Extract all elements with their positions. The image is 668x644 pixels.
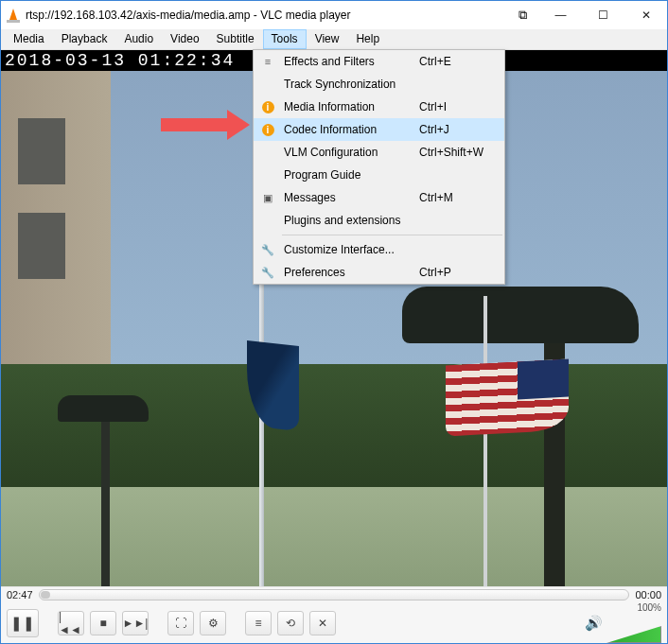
tools-dropdown: ≡ Effects and Filters Ctrl+E Track Synch… [253,49,505,285]
seek-slider[interactable] [39,589,630,600]
maximize-button[interactable]: ☐ [582,1,624,29]
menuitem-preferences[interactable]: 🔧 Preferences Ctrl+P [254,261,504,284]
titlebar: rtsp://192.168.103.42/axis-media/media.a… [1,1,667,29]
scene-lamp-right [402,287,639,343]
wrench-icon: 🔧 [257,267,278,279]
menuitem-codec-information[interactable]: i Codec Information Ctrl+J [254,118,504,141]
loop-button[interactable]: ⟲ [277,611,304,635]
annotation-arrow [161,110,250,140]
menuitem-track-synchronization[interactable]: Track Synchronization [254,73,504,96]
scene-flag-us [446,359,569,437]
info-icon: i [257,124,278,136]
menu-separator [282,235,502,235]
fullscreen-button[interactable]: ⛶ [167,611,194,635]
menuitem-effects-and-filters[interactable]: ≡ Effects and Filters Ctrl+E [254,50,504,73]
playlist-button[interactable]: ≡ [245,611,272,635]
minimize-button[interactable]: — [539,1,582,29]
menuitem-media-information[interactable]: i Media Information Ctrl+I [254,96,504,118]
menu-view[interactable]: View [307,29,348,49]
window-title: rtsp://192.168.103.42/axis-media/media.a… [26,9,351,22]
elapsed-time[interactable]: 02:47 [7,589,33,600]
remaining-time[interactable]: 00:00 [635,589,661,600]
menuitem-plugins-and-extensions[interactable]: Plugins and extensions [254,209,504,232]
wrench-icon: 🔧 [257,244,278,256]
next-button[interactable]: ►►| [122,611,149,635]
previous-button[interactable]: |◄◄ [58,611,84,635]
restore-down-aux-icon[interactable]: ⧉ [505,8,539,23]
info-icon: i [257,101,278,113]
volume-percent: 100% [637,602,661,613]
menu-playback[interactable]: Playback [53,29,116,49]
scene-flagpole-secondary [483,296,487,586]
pause-button[interactable]: ❚❚ [7,609,39,637]
menu-help[interactable]: Help [347,29,388,49]
menu-audio[interactable]: Audio [115,29,162,49]
menuitem-customize-interface[interactable]: 🔧 Customize Interface... [254,238,504,261]
menubar: Media Playback Audio Video Subtitle Tool… [1,29,667,50]
menu-tools[interactable]: Tools [263,29,307,49]
menu-video[interactable]: Video [162,29,207,49]
menu-subtitle[interactable]: Subtitle [208,29,263,49]
sliders-icon: ≡ [257,56,278,67]
volume-slider[interactable] [606,626,661,643]
messages-icon: ▣ [257,192,278,204]
menuitem-messages[interactable]: ▣ Messages Ctrl+M [254,186,504,209]
menuitem-vlm-configuration[interactable]: VLM Configuration Ctrl+Shift+W [254,141,504,164]
menu-media[interactable]: Media [5,29,53,49]
scene-lamp-left [58,395,149,422]
sliders-icon: ⚙ [208,617,219,630]
shuffle-button[interactable]: ✕ [309,611,336,635]
mute-button[interactable]: 🔊 [585,615,603,632]
stop-button[interactable]: ■ [90,611,116,635]
menuitem-program-guide[interactable]: Program Guide [254,164,504,186]
extended-settings-button[interactable]: ⚙ [200,611,226,635]
vlc-cone-icon [7,9,20,22]
close-button[interactable]: ✕ [624,1,667,29]
controls-bar: 02:47 00:00 ❚❚ |◄◄ ■ ►►| ⛶ ⚙ ≡ ⟲ ✕ 🔊 100… [1,586,667,643]
